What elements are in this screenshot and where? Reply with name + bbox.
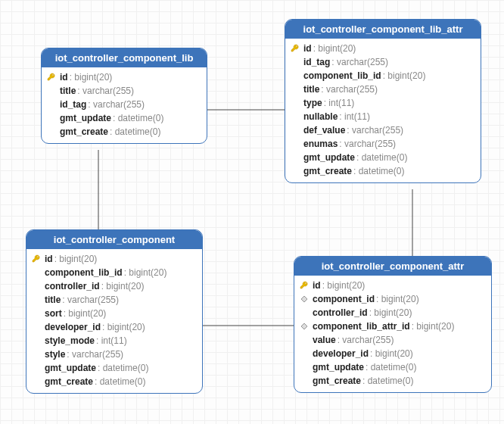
entity-title: iot_controller_component_lib (42, 48, 207, 67)
column-type: : bigint(20) (322, 279, 366, 292)
entity-columns: id: bigint(20)id_tag: varchar(255)compon… (285, 39, 481, 182)
column-row: gmt_update: datetime(0) (26, 361, 202, 375)
column-icon-empty (31, 335, 42, 346)
column-type: : bigint(20) (383, 70, 426, 82)
column-type: : datetime(0) (353, 165, 404, 177)
column-name: id (313, 279, 321, 292)
column-name: nullable (303, 111, 338, 123)
column-type: : varchar(255) (339, 138, 396, 150)
column-type: : datetime(0) (356, 151, 407, 164)
column-icon-empty (31, 376, 42, 387)
column-icon-empty (31, 308, 42, 319)
column-icon-empty (290, 57, 300, 67)
column-icon-empty (299, 348, 310, 359)
column-row: developer_id: bigint(20) (294, 347, 491, 360)
column-icon-empty (299, 307, 310, 318)
column-row: id: bigint(20) (26, 252, 202, 266)
column-name: gmt_create (303, 165, 352, 177)
column-type: : int(11) (324, 97, 355, 109)
entity-component_attr[interactable]: iot_controller_component_attrid: bigint(… (294, 256, 492, 393)
column-type: : int(11) (96, 335, 127, 347)
column-name: enumas (303, 138, 338, 150)
column-type: : bigint(20) (102, 321, 145, 333)
primary-key-icon (299, 280, 310, 291)
column-icon-empty (290, 70, 300, 81)
column-icon-empty (46, 86, 57, 96)
column-row: id: bigint(20) (294, 279, 491, 292)
column-row: gmt_create: datetime(0) (26, 375, 202, 388)
column-row: developer_id: bigint(20) (26, 320, 202, 334)
column-icon-empty (31, 295, 42, 305)
column-name: component_id (313, 293, 375, 305)
column-row: nullable: int(11) (285, 110, 481, 123)
column-name: component_lib_attr_id (313, 320, 410, 332)
column-name: gmt_create (45, 376, 93, 388)
column-row: component_lib_attr_id: bigint(20) (294, 320, 491, 333)
column-type: : varchar(255) (88, 98, 145, 111)
column-type: : bigint(20) (101, 280, 145, 292)
column-name: id (303, 42, 312, 55)
column-row: def_value: varchar(255) (285, 123, 481, 137)
column-type: : varchar(255) (347, 124, 403, 136)
column-row: value: varchar(255) (294, 333, 491, 347)
entity-lib[interactable]: iot_controller_component_libid: bigint(2… (41, 48, 207, 144)
column-icon-empty (31, 349, 42, 360)
column-row: gmt_update: datetime(0) (285, 151, 481, 164)
column-type: : varchar(255) (77, 85, 134, 97)
column-name: gmt_update (313, 361, 364, 373)
column-type: : datetime(0) (113, 112, 163, 124)
column-row: enumas: varchar(255) (285, 137, 481, 151)
column-icon-empty (290, 84, 300, 95)
column-icon-empty (299, 376, 310, 386)
entity-lib_attr[interactable]: iot_controller_component_lib_attrid: big… (285, 19, 481, 183)
primary-key-icon (290, 43, 300, 54)
column-type: : bigint(20) (376, 293, 419, 305)
column-icon-empty (290, 166, 300, 176)
column-name: id (60, 71, 68, 83)
column-name: id_tag (303, 56, 330, 68)
column-name: gmt_update (60, 112, 111, 124)
entity-component[interactable]: iot_controller_componentid: bigint(20)co… (26, 229, 203, 394)
column-name: title (303, 83, 319, 95)
column-name: developer_id (45, 321, 101, 333)
column-icon-empty (31, 281, 42, 292)
column-name: id (45, 253, 53, 265)
column-name: type (303, 97, 322, 109)
entity-columns: id: bigint(20)title: varchar(255)id_tag:… (42, 67, 207, 143)
column-type: : bigint(20) (70, 71, 113, 83)
column-icon-empty (31, 267, 42, 278)
column-icon-empty (299, 335, 310, 345)
column-name: title (60, 85, 76, 97)
column-type: : varchar(255) (338, 334, 394, 346)
entity-columns: id: bigint(20)component_id: bigint(20)co… (294, 276, 491, 392)
column-icon-empty (290, 111, 300, 122)
column-type: : varchar(255) (331, 56, 388, 68)
column-type: : bigint(20) (64, 307, 107, 320)
column-icon-empty (290, 125, 300, 136)
column-type: : bigint(20) (370, 348, 413, 360)
column-row: component_lib_id: bigint(20) (26, 266, 202, 279)
column-type: : bigint(20) (313, 42, 356, 55)
column-name: controller_id (45, 280, 100, 292)
column-row: style_mode: int(11) (26, 334, 202, 348)
column-row: gmt_update: datetime(0) (42, 111, 207, 125)
column-row: sort: bigint(20) (26, 307, 202, 320)
column-row: id_tag: varchar(255) (42, 98, 207, 111)
column-row: gmt_create: datetime(0) (285, 164, 481, 178)
column-icon-empty (46, 126, 57, 137)
column-type: : varchar(255) (67, 348, 123, 360)
column-name: style (45, 348, 65, 360)
column-name: gmt_create (313, 375, 361, 387)
column-type: : varchar(255) (62, 294, 119, 306)
column-type: : datetime(0) (362, 375, 413, 387)
column-name: def_value (303, 124, 345, 136)
column-name: gmt_update (303, 151, 355, 164)
column-type: : datetime(0) (366, 361, 416, 373)
column-row: controller_id: bigint(20) (294, 306, 491, 320)
column-type: : varchar(255) (321, 83, 378, 95)
column-icon-empty (290, 98, 300, 108)
column-type: : datetime(0) (110, 126, 160, 138)
column-name: style_mode (45, 335, 95, 347)
column-row: id_tag: varchar(255) (285, 55, 481, 69)
column-row: title: varchar(255) (42, 84, 207, 98)
